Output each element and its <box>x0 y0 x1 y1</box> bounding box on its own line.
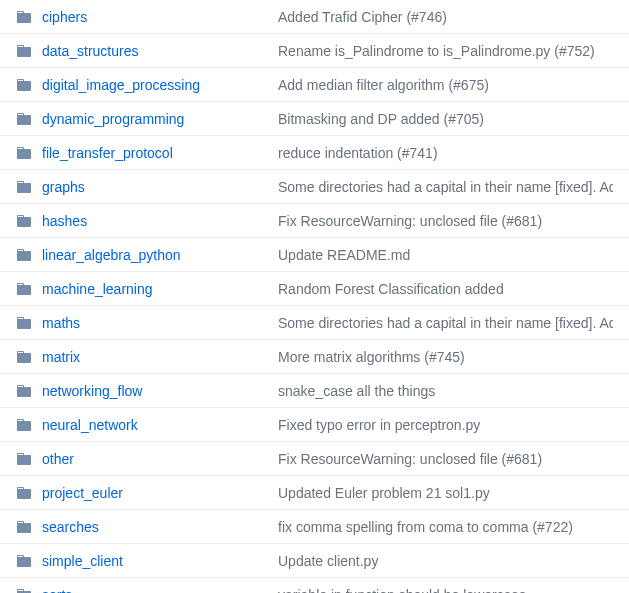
folder-icon <box>16 417 32 433</box>
file-row: machine_learningRandom Forest Classifica… <box>0 272 629 306</box>
folder-icon <box>16 451 32 467</box>
commit-message[interactable]: Some directories had a capital in their … <box>278 315 613 331</box>
name-cell: matrix <box>16 349 278 365</box>
file-row: file_transfer_protocolreduce indentation… <box>0 136 629 170</box>
folder-icon <box>16 587 32 594</box>
commit-message[interactable]: Fix ResourceWarning: unclosed file (#681… <box>278 451 613 467</box>
file-row: dynamic_programmingBitmasking and DP add… <box>0 102 629 136</box>
folder-link[interactable]: hashes <box>42 213 87 229</box>
name-cell: graphs <box>16 179 278 195</box>
commit-message[interactable]: snake_case all the things <box>278 383 613 399</box>
folder-link[interactable]: sorts <box>42 587 72 594</box>
commit-message[interactable]: Rename is_Palindrome to is_Palindrome.py… <box>278 43 613 59</box>
folder-link[interactable]: other <box>42 451 74 467</box>
name-cell: simple_client <box>16 553 278 569</box>
file-row: ciphersAdded Trafid Cipher (#746) <box>0 0 629 34</box>
commit-message[interactable]: Updated Euler problem 21 sol1.py <box>278 485 613 501</box>
file-row: networking_flowsnake_case all the things <box>0 374 629 408</box>
folder-link[interactable]: digital_image_processing <box>42 77 200 93</box>
file-row: otherFix ResourceWarning: unclosed file … <box>0 442 629 476</box>
file-list: ciphersAdded Trafid Cipher (#746)data_st… <box>0 0 629 593</box>
folder-link[interactable]: searches <box>42 519 99 535</box>
folder-icon <box>16 247 32 263</box>
folder-icon <box>16 553 32 569</box>
commit-message[interactable]: Fixed typo error in perceptron.py <box>278 417 613 433</box>
folder-icon <box>16 111 32 127</box>
folder-icon <box>16 281 32 297</box>
folder-icon <box>16 315 32 331</box>
folder-icon <box>16 77 32 93</box>
name-cell: ciphers <box>16 9 278 25</box>
commit-message[interactable]: Update client.py <box>278 553 613 569</box>
commit-message[interactable]: Update README.md <box>278 247 613 263</box>
folder-link[interactable]: project_euler <box>42 485 123 501</box>
file-row: mathsSome directories had a capital in t… <box>0 306 629 340</box>
commit-message[interactable]: Add median filter algorithm (#675) <box>278 77 613 93</box>
folder-link[interactable]: maths <box>42 315 80 331</box>
folder-link[interactable]: ciphers <box>42 9 87 25</box>
file-row: data_structuresRename is_Palindrome to i… <box>0 34 629 68</box>
folder-link[interactable]: matrix <box>42 349 80 365</box>
name-cell: hashes <box>16 213 278 229</box>
folder-icon <box>16 43 32 59</box>
commit-message[interactable]: Some directories had a capital in their … <box>278 179 613 195</box>
name-cell: file_transfer_protocol <box>16 145 278 161</box>
name-cell: linear_algebra_python <box>16 247 278 263</box>
name-cell: neural_network <box>16 417 278 433</box>
folder-link[interactable]: data_structures <box>42 43 139 59</box>
folder-icon <box>16 9 32 25</box>
name-cell: maths <box>16 315 278 331</box>
name-cell: sorts <box>16 587 278 594</box>
folder-icon <box>16 179 32 195</box>
name-cell: project_euler <box>16 485 278 501</box>
folder-icon <box>16 519 32 535</box>
commit-message[interactable]: variable in function should be lowercase <box>278 587 613 594</box>
file-row: linear_algebra_pythonUpdate README.md <box>0 238 629 272</box>
folder-icon <box>16 349 32 365</box>
commit-message[interactable]: Random Forest Classification added <box>278 281 613 297</box>
name-cell: machine_learning <box>16 281 278 297</box>
name-cell: digital_image_processing <box>16 77 278 93</box>
folder-link[interactable]: graphs <box>42 179 85 195</box>
name-cell: other <box>16 451 278 467</box>
file-row: simple_clientUpdate client.py <box>0 544 629 578</box>
folder-icon <box>16 383 32 399</box>
file-row: project_eulerUpdated Euler problem 21 so… <box>0 476 629 510</box>
name-cell: networking_flow <box>16 383 278 399</box>
file-row: searchesfix comma spelling from coma to … <box>0 510 629 544</box>
commit-message[interactable]: reduce indentation (#741) <box>278 145 613 161</box>
file-row: matrixMore matrix algorithms (#745) <box>0 340 629 374</box>
folder-link[interactable]: networking_flow <box>42 383 142 399</box>
folder-icon <box>16 485 32 501</box>
file-row: digital_image_processingAdd median filte… <box>0 68 629 102</box>
commit-message[interactable]: More matrix algorithms (#745) <box>278 349 613 365</box>
folder-link[interactable]: linear_algebra_python <box>42 247 181 263</box>
name-cell: dynamic_programming <box>16 111 278 127</box>
folder-link[interactable]: dynamic_programming <box>42 111 184 127</box>
commit-message[interactable]: Fix ResourceWarning: unclosed file (#681… <box>278 213 613 229</box>
folder-icon <box>16 213 32 229</box>
folder-icon <box>16 145 32 161</box>
commit-message[interactable]: Added Trafid Cipher (#746) <box>278 9 613 25</box>
file-row: graphsSome directories had a capital in … <box>0 170 629 204</box>
folder-link[interactable]: file_transfer_protocol <box>42 145 173 161</box>
file-row: hashesFix ResourceWarning: unclosed file… <box>0 204 629 238</box>
commit-message[interactable]: Bitmasking and DP added (#705) <box>278 111 613 127</box>
commit-message[interactable]: fix comma spelling from coma to comma (#… <box>278 519 613 535</box>
file-row: sortsvariable in function should be lowe… <box>0 578 629 593</box>
folder-link[interactable]: neural_network <box>42 417 138 433</box>
folder-link[interactable]: simple_client <box>42 553 123 569</box>
file-row: neural_networkFixed typo error in percep… <box>0 408 629 442</box>
name-cell: searches <box>16 519 278 535</box>
name-cell: data_structures <box>16 43 278 59</box>
folder-link[interactable]: machine_learning <box>42 281 153 297</box>
